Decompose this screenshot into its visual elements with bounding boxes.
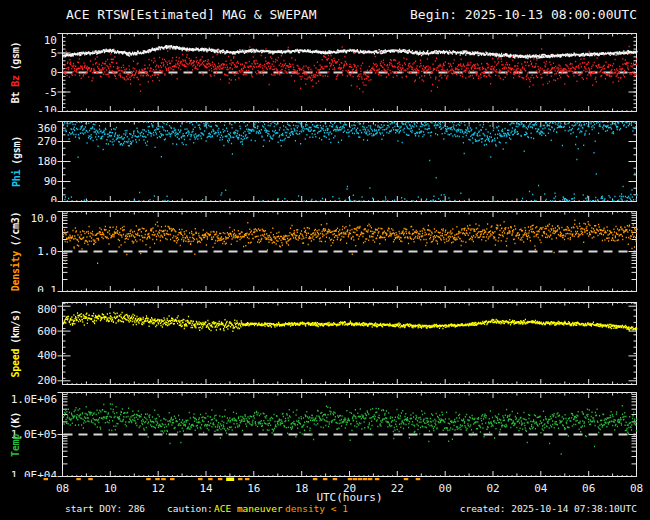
caution-label: caution: [167, 503, 213, 514]
label-speed: Speed [11, 349, 22, 378]
ylabel-speed-text: Speed (km/s) [11, 310, 22, 378]
svg-text:0: 0 [50, 194, 57, 203]
label-density-unit: (/cm3) [11, 212, 22, 246]
ylabel-phi-text: Phi (gsm) [11, 136, 22, 187]
footer: start DOY: 286 caution: ACE maneuver den… [0, 503, 650, 517]
svg-text:0.1: 0.1 [37, 284, 57, 293]
panel-bt-bz: 1050-5-10 [0, 33, 650, 112]
svg-text:200: 200 [37, 374, 57, 385]
label-bt-unit: (gsm) [11, 42, 22, 71]
label-phi: Phi [11, 170, 22, 187]
svg-text:360: 360 [37, 122, 57, 135]
created-timestamp: created: 2025-10-14 07:38:10UTC [460, 503, 637, 514]
caution-ace-maneuver: ACE maneuver [214, 503, 283, 514]
ylabel-speed: Speed (km/s) [1, 302, 31, 385]
caution-density: density < 1 [285, 503, 348, 514]
svg-text:600: 600 [37, 325, 57, 338]
svg-text:10: 10 [44, 34, 57, 47]
ylabel-density: Density (/cm3) [1, 211, 31, 292]
ylabel-density-text: Density (/cm3) [11, 212, 22, 291]
panel-speed: 800600400200 [0, 302, 650, 385]
panel-temp: 1.0E+061.0E+051.0E+04 [0, 392, 650, 477]
svg-text:800: 800 [37, 303, 57, 316]
svg-text:10.0: 10.0 [31, 212, 58, 225]
svg-text:5: 5 [50, 47, 57, 60]
label-density: Density [11, 251, 22, 291]
svg-text:400: 400 [37, 349, 57, 362]
ylabel-temp-text: Temp (K) [11, 412, 22, 457]
ylabel-bt-bz-text: Bt Bz (gsm) [11, 42, 22, 104]
ylabel-temp: Temp (K) [1, 392, 31, 477]
label-temp: Temp [11, 434, 22, 457]
svg-text:180: 180 [37, 155, 57, 168]
panel-phi: 360270180900 [0, 121, 650, 202]
label-bz: Bz [11, 75, 22, 86]
svg-text:-5: -5 [44, 86, 57, 99]
svg-text:270: 270 [37, 135, 57, 148]
label-bt: Bt [11, 92, 22, 103]
start-doy-label: start DOY: 286 [65, 503, 145, 514]
ylabel-phi: Phi (gsm) [1, 121, 31, 202]
svg-text:0: 0 [50, 66, 57, 79]
plot-title: ACE RTSW[Estimated] MAG & SWEPAM [66, 7, 316, 22]
svg-text:90: 90 [44, 175, 57, 188]
label-speed-unit: (km/s) [11, 310, 22, 344]
header: ACE RTSW[Estimated] MAG & SWEPAM Begin: … [0, 7, 650, 25]
svg-text:-10: -10 [37, 104, 57, 113]
label-temp-unit: (K) [11, 412, 22, 429]
ace-rtsw-plot: ACE RTSW[Estimated] MAG & SWEPAM Begin: … [0, 0, 650, 520]
label-phi-unit: (gsm) [11, 136, 22, 165]
svg-text:1.0: 1.0 [37, 245, 57, 258]
panel-density: 10.01.00.1 [0, 211, 650, 292]
ylabel-bt-bz: Bt Bz (gsm) [1, 33, 31, 112]
begin-timestamp: Begin: 2025-10-13 08:00:00UTC [410, 7, 637, 22]
